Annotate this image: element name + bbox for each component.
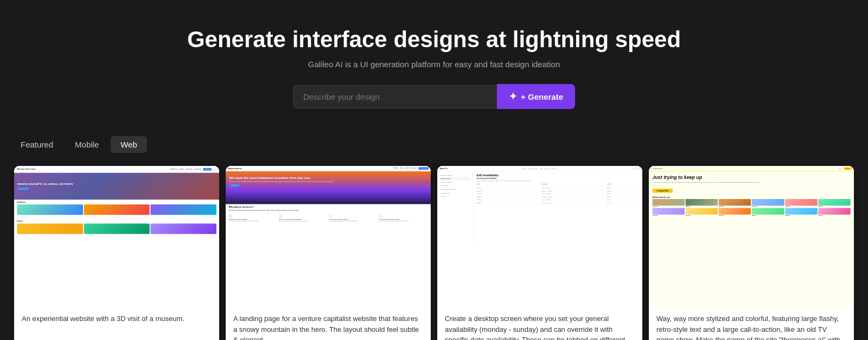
card-alpine[interactable]: Alpine Ventures PortfolioTeamVisionResea… — [226, 166, 431, 340]
search-input[interactable] — [293, 85, 497, 108]
card1-description: An experiential website with a 3D visit … — [22, 313, 212, 340]
card1-preview: Museum of the Future ExhibitionsEventsCo… — [14, 166, 219, 307]
tab-bar: Featured Mobile Web — [0, 126, 868, 158]
card4-info: Way, way more stylized and colorful, fea… — [649, 307, 854, 340]
hero-subtitle: Galileo AI is a UI generation platform f… — [11, 60, 857, 69]
search-bar: ✦ + Generate — [293, 84, 575, 109]
card3-info: Create a desktop screen where you set yo… — [437, 307, 642, 340]
card2-description: A landing page for a venture capitalist … — [233, 313, 423, 340]
card-joneses[interactable]: ⬡ thejoneses.ai Sign In Sign Up Just try… — [649, 166, 854, 340]
hero-section: Generate interface designs at lightning … — [0, 0, 868, 126]
hero-title: Generate interface designs at lightning … — [11, 26, 857, 53]
generate-label: + Generate — [521, 92, 563, 101]
card3-preview: Acme Co HomeScheduleClientsTeamServicesL… — [437, 166, 642, 307]
tab-web[interactable]: Web — [111, 136, 147, 153]
card2-info: A landing page for a venture capitalist … — [226, 307, 431, 340]
generate-button[interactable]: ✦ + Generate — [497, 84, 575, 109]
card4-description: Way, way more stylized and colorful, fea… — [656, 313, 846, 340]
tab-featured[interactable]: Featured — [11, 136, 63, 153]
cards-grid: Museum of the Future ExhibitionsEventsCo… — [0, 158, 868, 340]
card1-info: An experiential website with a 3D visit … — [14, 307, 219, 340]
card-availability[interactable]: Acme Co HomeScheduleClientsTeamServicesL… — [437, 166, 642, 340]
card2-preview: Alpine Ventures PortfolioTeamVisionResea… — [226, 166, 431, 307]
card-museum[interactable]: Museum of the Future ExhibitionsEventsCo… — [14, 166, 219, 340]
plus-icon: ✦ — [509, 91, 517, 102]
tab-mobile[interactable]: Mobile — [65, 136, 108, 153]
card4-preview: ⬡ thejoneses.ai Sign In Sign Up Just try… — [649, 166, 854, 307]
card3-description: Create a desktop screen where you set yo… — [445, 313, 635, 340]
